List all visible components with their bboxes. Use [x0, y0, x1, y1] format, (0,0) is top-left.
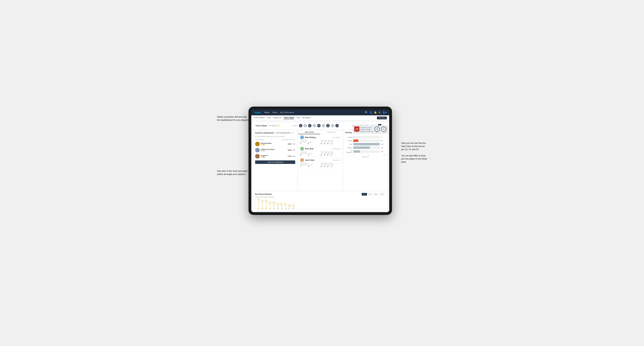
user-avatar-icon[interactable]: 👤▾ — [382, 111, 386, 114]
view-full-leaderboard-button[interactable]: View Full Leaderboard — [255, 161, 295, 164]
pin-5: 5x — [272, 197, 275, 209]
avatar-9: I — [335, 124, 339, 128]
pin-dot-10 — [293, 208, 294, 209]
activity-tabs: Most Active Least Active — [298, 130, 342, 134]
player-card-2: Rees Britt 02 Sep 2023 Total Rounds Tour… — [298, 146, 342, 157]
pin-4: 5x — [268, 197, 272, 209]
add-team-button[interactable]: Add Team — [377, 117, 387, 119]
lb-score-3: 17/20 — [288, 155, 292, 157]
pin-line-1 — [258, 201, 259, 208]
leaderboard-body: PLAYER NAME PB SCORE PB AVG SQ Richard B… — [254, 138, 297, 190]
bar-track-pars — [353, 143, 380, 145]
annotation-top-left: Select a practice drill and see the lead… — [217, 115, 249, 122]
shot-circle-2: 0 — [381, 127, 386, 132]
lb-column-headers: PLAYER NAME PB SCORE PB AVG SQ — [255, 139, 295, 140]
lb-row-2: Edward Crossman 🥈 2 18/20 107 — [255, 147, 295, 153]
filter-putt[interactable]: PUTT — [379, 193, 385, 195]
leaderboard-panel: Practice Leaderboards PUTT Must Make Put… — [254, 130, 297, 190]
pin-dot-2 — [262, 208, 263, 209]
tab-most-active[interactable]: Most Active — [298, 130, 320, 134]
bar-track-double — [353, 150, 380, 153]
tablet-screen: clippd Home Teams My Performance 🔍 👤 🔔 ⚙… — [251, 109, 389, 212]
pin-line-2 — [262, 202, 262, 208]
tab-least-active[interactable]: Least Active — [320, 130, 342, 134]
main-grid: Practice Leaderboards PUTT Must Make Put… — [254, 130, 387, 190]
team-title: Team Clippd — [256, 125, 267, 127]
avatar-8: H — [330, 124, 334, 128]
lb-avatar-2 — [255, 148, 260, 152]
player-date-2: 02 Sep 2023 — [332, 148, 340, 150]
drill-dropdown[interactable]: PUTT Must Make Putt... — [275, 132, 292, 134]
lb-avg-1: 110 — [292, 143, 295, 145]
lb-score-1: 19/20 — [288, 143, 292, 145]
sub-nav: PGAT Players PGA Hcaps 1-5 Team Clippd T… — [251, 115, 389, 121]
filter-arg[interactable]: ARG — [373, 193, 379, 195]
total-rounds-label-1: Total Rounds — [300, 140, 320, 141]
subnav-tour[interactable]: Tour — [296, 117, 300, 119]
nav-home[interactable]: Home — [264, 111, 269, 113]
lb-info-3: Cameron... 🥉 3 — [261, 155, 287, 158]
subnav-team[interactable]: Team Clippd — [284, 117, 294, 119]
player-card-3: Josh Coles 26 Aug 2023 Total Rounds Tour… — [298, 157, 342, 169]
pin-dot-6 — [278, 208, 278, 209]
leaderboard-subtitle: PUTT Must Make Putting (3-6 ft), Last 3 … — [254, 135, 297, 138]
lb-info-2: Edward Crossman 🥈 2 — [261, 149, 287, 152]
player-avatar-3 — [300, 158, 304, 162]
player-date-3: 26 Aug 2023 — [332, 159, 340, 161]
player-name-2: Rees Britt — [305, 148, 331, 150]
dropdown-chevron[interactable]: ▾ — [293, 132, 294, 134]
pin-dot-7 — [281, 208, 282, 209]
best-rounds-title: Best Round Streaks — [255, 193, 272, 195]
tablet-frame: clippd Home Teams My Performance 🔍 👤 🔔 ⚙… — [248, 107, 392, 215]
pin-dot-4 — [270, 208, 270, 209]
settings-icon[interactable]: ⚙ — [378, 111, 380, 114]
annotation-top-right: Here you can see how the team have score… — [401, 142, 427, 164]
filter-ott[interactable]: OTT — [362, 193, 367, 195]
pin-3: 6x — [265, 197, 268, 209]
bar-fill-double — [353, 150, 360, 153]
best-rounds-section: Best Round Streaks OTT APP ARG PUTT Off … — [254, 191, 387, 210]
player-name-3: Josh Coles — [305, 159, 331, 161]
bar-track-birdies — [353, 140, 380, 142]
rounds-pins: 7x 6x — [255, 198, 385, 209]
subnav-pga[interactable]: PGA — [267, 117, 271, 119]
pin-10: 3x — [292, 197, 294, 209]
bar-chart: Eagles 3 Birdies — [344, 135, 387, 190]
bar-track-bogeys — [353, 147, 380, 149]
profile-icon[interactable]: 👤 — [370, 111, 372, 114]
lb-avatar-1 — [255, 142, 260, 146]
edit-team-icon[interactable]: ✏️ — [278, 125, 280, 127]
lb-row-1: Richard Butler 🥇 1 19/20 110 — [255, 141, 295, 147]
subnav-all[interactable]: All Players — [302, 117, 310, 119]
players-label: Players — [293, 125, 298, 127]
subnav-hcaps[interactable]: Hcaps 1-5 — [273, 117, 282, 119]
avatar-1: A — [299, 124, 302, 128]
pin-dot-9 — [289, 208, 290, 209]
shot-badge-label: SG — [356, 132, 358, 133]
pin-dot-5 — [274, 208, 274, 209]
avatar-7: G — [326, 124, 330, 128]
best-rounds-header: Best Round Streaks OTT APP ARG PUTT — [255, 193, 385, 195]
nav-teams[interactable]: Teams — [272, 111, 278, 113]
avatar-6: F — [322, 124, 325, 128]
bar-fill-birdies — [353, 140, 358, 142]
nav-logo: clippd — [254, 111, 261, 114]
bar-fill-bogeys — [353, 147, 370, 149]
pin-line-4 — [270, 204, 270, 208]
bar-eagles: Eagles 3 — [345, 136, 385, 138]
pin-line-7 — [282, 205, 282, 208]
nav-performance[interactable]: My Performance — [280, 111, 294, 113]
bell-icon[interactable]: 🔔 — [374, 111, 377, 114]
lb-score-2: 18/20 — [288, 149, 292, 151]
bar-bogeys: Bogeys 311 — [345, 147, 385, 149]
subnav-pgat[interactable]: PGAT Players — [254, 117, 264, 119]
pin-line-6 — [278, 205, 278, 208]
bar-fill-pars — [353, 143, 380, 145]
lb-avatar-3 — [255, 154, 260, 159]
pin-dot-1 — [258, 208, 259, 209]
pin-6: 4x — [276, 197, 279, 209]
bar-x-axis: 0 200 400 — [345, 154, 385, 155]
search-icon[interactable]: 🔍 — [365, 111, 368, 114]
avatar-4: D — [312, 124, 316, 128]
filter-app[interactable]: APP — [368, 193, 373, 195]
